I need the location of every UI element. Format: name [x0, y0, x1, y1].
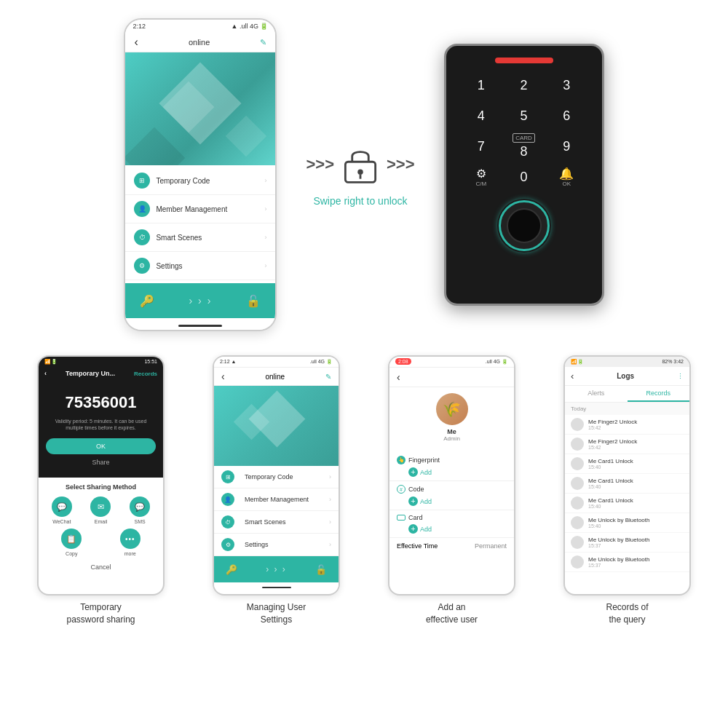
- bottom-unlock-icon: 🔓: [246, 294, 261, 308]
- mini-status-icons-1: 📶🔋: [44, 359, 58, 365]
- phone-bottom-bar: 🔑 › › › 🔓: [125, 283, 275, 318]
- mini-menu-label-2-3: Settings: [245, 541, 329, 548]
- sharing-more[interactable]: ••• more: [103, 529, 158, 556]
- key-1[interactable]: 1: [462, 72, 501, 98]
- sms-label: SMS: [135, 519, 146, 524]
- unlock-section: >>> >>> Swipe right to unlock: [306, 143, 414, 207]
- log-time-2: 15:40: [588, 464, 684, 470]
- log-avatar-1: [571, 438, 584, 451]
- mini-menu-label-2-2: Smart Scenes: [245, 518, 329, 526]
- key-7[interactable]: 7: [462, 133, 501, 159]
- menu-item-3[interactable]: ⚙ Settings ›: [125, 252, 275, 280]
- code-label: Code: [408, 486, 424, 493]
- temp-code: 75356001: [46, 393, 156, 412]
- mini-title-2: online: [265, 373, 285, 381]
- mini-image-2: [214, 386, 339, 466]
- mini-menu-arrow-2-2: ›: [329, 518, 331, 526]
- log-action-3: Me Card1 Unlock: [588, 478, 684, 484]
- mini-records-tab[interactable]: Records: [134, 371, 157, 377]
- key-8[interactable]: CARD 8: [505, 133, 543, 159]
- mini-back-1[interactable]: ‹: [44, 370, 47, 377]
- mini-bottom-lock-2: 🔑: [226, 564, 237, 575]
- back-icon[interactable]: ‹: [134, 36, 138, 49]
- logs-edit[interactable]: ⋮: [677, 373, 684, 380]
- tab-records[interactable]: Records: [628, 386, 690, 402]
- mini-menu-2: ⊞ Temporary Code › 👤 Member Management ›…: [214, 466, 339, 556]
- key-2[interactable]: 2: [505, 72, 543, 98]
- log-avatar-7: [571, 555, 584, 569]
- log-time-4: 15:40: [588, 504, 684, 509]
- log-time-5: 15:40: [588, 523, 684, 529]
- caption-1: Temporarypassword sharing: [66, 601, 135, 626]
- bottom-dots: › › ›: [189, 295, 213, 306]
- mini-status-1: 📶🔋 15:51: [39, 357, 163, 367]
- mini-menu-item-2-2[interactable]: ⏱ Smart Scenes ›: [214, 511, 339, 534]
- key-cm[interactable]: ⚙ C/M: [462, 164, 501, 190]
- mini-edit-2[interactable]: ✎: [325, 373, 331, 381]
- card-temp-password: 📶🔋 15:51 ‹ Temporary Un... Records 75356…: [17, 355, 184, 626]
- bottom-lock-icon: 🔑: [140, 294, 154, 308]
- swipe-text: Swipe right to unlock: [313, 195, 407, 207]
- menu-item-0[interactable]: ⊞ Temporary Code ›: [125, 167, 275, 195]
- key-3[interactable]: 3: [547, 72, 586, 98]
- log-avatar-6: [571, 536, 584, 549]
- top-section: 2:12 ▲ .ull 4G 🔋 ‹ online ✎ ⊞ Temporary …: [0, 0, 728, 349]
- mini-menu-item-2-0[interactable]: ⊞ Temporary Code ›: [214, 466, 339, 488]
- code-add-btn[interactable]: + Add: [408, 496, 507, 506]
- key-0[interactable]: 0: [505, 164, 543, 190]
- mini-title-1: Temporary Un...: [66, 370, 115, 377]
- share-label[interactable]: Share: [46, 459, 156, 466]
- svg-point-1: [357, 170, 363, 175]
- mini-menu-arrow-2-0: ›: [329, 473, 331, 480]
- mini-bottom-dots-2: › › ›: [266, 564, 287, 574]
- mini-menu-item-2-1[interactable]: 👤 Member Management ›: [214, 488, 339, 511]
- section-fingerprint: 👆 Fingerprint + Add: [389, 452, 514, 481]
- key-ok[interactable]: 🔔 OK: [547, 164, 586, 190]
- more-label: more: [124, 551, 136, 556]
- fp-section-icon: 👆: [397, 456, 405, 464]
- sharing-sms[interactable]: 💬 SMS: [122, 496, 157, 524]
- edit-icon[interactable]: ✎: [260, 38, 266, 47]
- cancel-label[interactable]: Cancel: [44, 561, 157, 574]
- header-title: online: [189, 38, 210, 47]
- mini-back-3[interactable]: ‹: [397, 371, 400, 383]
- log-action-4: Me Card1 Unlock: [588, 497, 684, 504]
- log-avatar-0: [571, 418, 584, 431]
- card-managing-user: 2:12 ▲ .ull 4G 🔋 ‹ online ✎ ⊞ Temporary …: [193, 355, 360, 626]
- mini-menu-arrow-2-3: ›: [329, 541, 331, 548]
- key-6[interactable]: 6: [547, 103, 586, 129]
- card-add-user: 2:08 .ull 4G 🔋 ‹ 🌾 Me Admin 👆 Fingerprin…: [368, 355, 535, 626]
- log-item-2: Me Card1 Unlock 15:40: [565, 454, 689, 474]
- key-5[interactable]: 5: [505, 103, 543, 129]
- mini-home-2: [214, 582, 339, 593]
- fp-add-btn[interactable]: + Add: [408, 467, 507, 477]
- mini-back-2[interactable]: ‹: [221, 371, 225, 382]
- mini-menu-arrow-2-1: ›: [329, 496, 331, 503]
- card-add-btn[interactable]: + Add: [408, 524, 507, 534]
- lock-icon: [340, 143, 381, 186]
- device-fingerprint-sensor[interactable]: [499, 200, 550, 251]
- ok-button[interactable]: OK: [46, 438, 156, 454]
- wechat-label: WeChat: [52, 519, 71, 524]
- log-action-7: Me Unlock by Bluetooth: [588, 556, 684, 563]
- key-4[interactable]: 4: [462, 103, 501, 129]
- mini-logs-status: 📶🔋 82% 3:42: [565, 357, 689, 367]
- tab-alerts[interactable]: Alerts: [565, 386, 628, 402]
- fp-inner: [507, 208, 542, 243]
- log-info-5: Me Unlock by Bluetooth 15:40: [588, 517, 684, 529]
- sharing-email[interactable]: ✉ Email: [84, 496, 119, 524]
- sharing-wechat[interactable]: 💬 WeChat: [44, 496, 79, 524]
- device-keypad: 1 2 3 4 5 6 7 CARD 8 9 ⚙ C/M 0 🔔 OK: [462, 72, 586, 190]
- menu-item-1[interactable]: 👤 Member Management ›: [125, 195, 275, 223]
- menu-item-2[interactable]: ⏱ Smart Scenes ›: [125, 223, 275, 252]
- copy-label: Copy: [66, 551, 77, 556]
- log-action-6: Me Unlock by Bluetooth: [588, 537, 684, 543]
- mini-bottom-unlock-2: 🔓: [315, 564, 327, 575]
- sharing-copy[interactable]: 📋 Copy: [44, 529, 99, 556]
- mini-network-3: .ull 4G 🔋: [486, 359, 508, 365]
- menu-arrow-1: ›: [264, 205, 266, 213]
- key-9[interactable]: 9: [547, 133, 586, 159]
- logs-today: Today: [565, 403, 689, 415]
- mini-menu-item-2-3[interactable]: ⚙ Settings ›: [214, 534, 339, 556]
- deco-diamond4: [125, 127, 185, 165]
